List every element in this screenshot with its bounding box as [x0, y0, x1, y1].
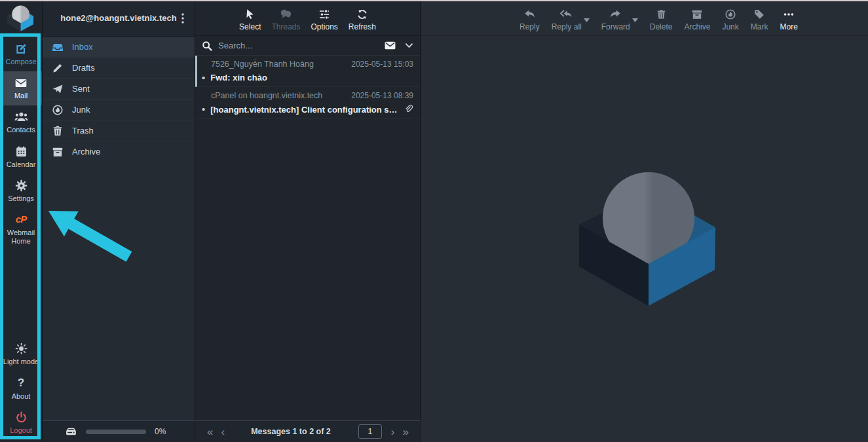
forward-icon — [609, 8, 622, 20]
folder-item-sent[interactable]: Sent — [43, 79, 195, 100]
sidebar-item-settings[interactable]: Settings — [0, 174, 42, 208]
flame-icon — [725, 8, 737, 20]
sidebar-item-webmail-home[interactable]: cP Webmail Home — [0, 208, 42, 251]
sidebar-item-label: Light mode — [3, 358, 39, 366]
mark-button[interactable]: Mark — [751, 8, 768, 31]
inbox-icon — [52, 41, 64, 53]
calendar-icon — [14, 145, 28, 158]
taskbar: Compose Mail Contacts — [0, 0, 42, 442]
folder-label: Inbox — [72, 42, 93, 52]
forward-label: Forward — [601, 22, 630, 31]
cursor-icon — [244, 8, 256, 20]
sidebar-item-logout[interactable]: Logout — [0, 406, 42, 440]
search-input[interactable]: Search... — [218, 41, 378, 50]
sidebar-item-mail[interactable]: Mail — [0, 71, 42, 105]
archive-label: Archive — [684, 22, 710, 31]
folder-item-junk[interactable]: Junk — [43, 100, 195, 120]
reply-label: Reply — [519, 22, 540, 31]
message-sender: cPanel on hoangnt.vietnix.tech — [211, 91, 322, 100]
quota-bar: 0% — [43, 420, 195, 442]
sidebar-item-label: Calendar — [7, 160, 36, 169]
trash-icon — [655, 8, 668, 20]
sidebar-item-light-mode[interactable]: Light mode — [0, 337, 42, 371]
roundcube-watermark-icon — [571, 164, 728, 314]
reply-button[interactable]: Reply — [519, 8, 540, 31]
reply-all-dropdown-caret-icon[interactable] — [584, 18, 590, 22]
threads-label: Threads — [271, 22, 300, 31]
message-row[interactable]: 7526_Nguyễn Thanh Hoàng 2025-05-13 15:03… — [195, 56, 420, 87]
delete-label: Delete — [650, 22, 673, 31]
taskbar-items: Compose Mail Contacts — [0, 37, 42, 251]
prev-page-button[interactable]: ‹ — [217, 426, 229, 437]
refresh-button[interactable]: Refresh — [349, 8, 376, 31]
flame-icon — [52, 104, 64, 116]
options-button[interactable]: Options — [311, 8, 338, 31]
more-button[interactable]: More — [780, 8, 797, 31]
reply-all-button[interactable]: Reply all — [552, 8, 582, 31]
roundcube-logo[interactable] — [0, 0, 42, 36]
message-subject: [hoangnt.vietnix.tech] Client configurat… — [210, 105, 398, 115]
folder-label: Junk — [72, 105, 90, 115]
folder-item-archive[interactable]: Archive — [43, 141, 195, 162]
more-dots-icon — [783, 8, 795, 20]
select-button[interactable]: Select — [239, 8, 261, 31]
search-options-chevron-icon[interactable] — [405, 43, 413, 48]
junk-button[interactable]: Junk — [722, 8, 738, 31]
search-scope-mail-icon[interactable] — [384, 39, 396, 52]
last-page-button[interactable]: » — [399, 426, 413, 437]
message-list-column: Select Threads — [195, 0, 420, 442]
message-date: 2025-05-13 15:03 — [351, 60, 413, 69]
sun-icon — [14, 342, 28, 356]
sidebar-item-about[interactable]: ? About — [0, 372, 42, 406]
reply-icon — [523, 8, 536, 20]
sliders-icon — [318, 8, 331, 20]
next-page-button[interactable]: › — [387, 426, 399, 437]
first-page-button[interactable]: « — [203, 426, 217, 437]
sidebar-item-label: Mail — [14, 92, 28, 100]
sidebar-item-label: Logout — [10, 426, 32, 435]
folder-item-trash[interactable]: Trash — [43, 120, 195, 141]
forward-button[interactable]: Forward — [601, 8, 630, 31]
unread-dot: • — [202, 106, 205, 113]
storage-icon — [65, 426, 77, 438]
contacts-icon — [14, 110, 28, 124]
reply-all-label: Reply all — [552, 22, 582, 31]
select-label: Select — [239, 22, 261, 31]
pagination-bar: « ‹ Messages 1 to 2 of 2 1 › » — [195, 420, 421, 442]
sidebar-item-label: Webmail Home — [2, 229, 40, 246]
sidebar-item-compose[interactable]: Compose — [0, 37, 42, 71]
search-icon — [202, 41, 212, 51]
folder-column: hone2@hoangnt.vietnix.tech Inbox Drafts — [42, 0, 195, 442]
account-menu-kebab-icon[interactable] — [176, 10, 189, 26]
junk-label: Junk — [722, 22, 738, 31]
paper-plane-icon — [52, 83, 64, 95]
mail-icon — [14, 76, 28, 90]
mail-toolbar: Reply Reply all — [421, 0, 868, 36]
page-number-input[interactable]: 1 — [358, 424, 382, 439]
message-row[interactable]: cPanel on hoangnt.vietnix.tech 2025-05-1… — [195, 87, 420, 119]
sidebar-item-contacts[interactable]: Contacts — [0, 105, 42, 139]
screen-top-edge — [0, 0, 868, 1]
taskbar-bottom: Light mode ? About Logout — [0, 337, 42, 440]
mail-view-pane: Reply Reply all — [420, 0, 868, 442]
delete-button[interactable]: Delete — [650, 8, 673, 31]
quota-percent: 0% — [155, 427, 166, 436]
archive-button[interactable]: Archive — [684, 8, 710, 31]
folder-item-inbox[interactable]: Inbox — [43, 37, 195, 58]
message-sender: 7526_Nguyễn Thanh Hoàng — [211, 60, 314, 69]
folder-label: Sent — [72, 84, 90, 94]
list-toolbar: Select Threads — [195, 0, 420, 36]
roundcube-logo-icon — [6, 4, 36, 33]
threads-button[interactable]: Threads — [271, 8, 300, 31]
folder-label: Archive — [72, 147, 100, 157]
roundcube-watermark — [571, 164, 728, 314]
sidebar-item-calendar[interactable]: Calendar — [0, 140, 42, 174]
sidebar-item-label: Compose — [5, 58, 36, 66]
refresh-icon — [356, 8, 368, 20]
options-label: Options — [311, 22, 338, 31]
sidebar-item-label: About — [12, 392, 31, 401]
folder-item-drafts[interactable]: Drafts — [43, 58, 195, 79]
forward-dropdown-caret-icon[interactable] — [632, 18, 638, 22]
search-bar[interactable]: Search... — [195, 36, 420, 56]
compose-icon — [14, 42, 28, 56]
